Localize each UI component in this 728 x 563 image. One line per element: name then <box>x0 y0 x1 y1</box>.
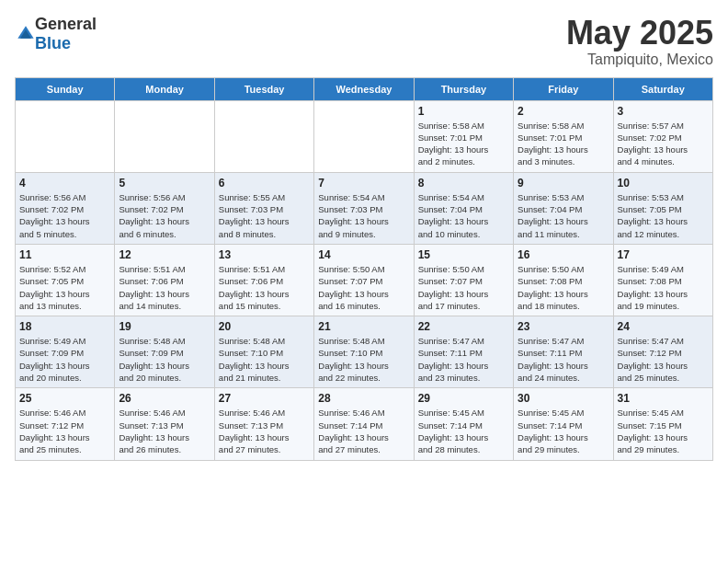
day-number: 27 <box>219 392 310 405</box>
calendar-cell: 1Sunrise: 5:58 AM Sunset: 7:01 PM Daylig… <box>414 100 513 172</box>
weekday-header-sunday: Sunday <box>16 77 115 100</box>
calendar-cell: 24Sunrise: 5:47 AM Sunset: 7:12 PM Dayli… <box>613 316 712 388</box>
day-info: Sunrise: 5:47 AM Sunset: 7:11 PM Dayligh… <box>518 335 609 384</box>
calendar-cell: 12Sunrise: 5:51 AM Sunset: 7:06 PM Dayli… <box>115 244 214 316</box>
day-number: 19 <box>119 320 210 333</box>
day-info: Sunrise: 5:50 AM Sunset: 7:08 PM Dayligh… <box>518 263 609 312</box>
day-number: 30 <box>518 392 609 405</box>
logo-icon <box>17 25 35 43</box>
calendar-cell: 3Sunrise: 5:57 AM Sunset: 7:02 PM Daylig… <box>613 100 712 172</box>
day-info: Sunrise: 5:56 AM Sunset: 7:02 PM Dayligh… <box>119 191 210 240</box>
day-info: Sunrise: 5:53 AM Sunset: 7:04 PM Dayligh… <box>518 191 609 240</box>
calendar-cell: 20Sunrise: 5:48 AM Sunset: 7:10 PM Dayli… <box>214 316 313 388</box>
calendar-header: SundayMondayTuesdayWednesdayThursdayFrid… <box>16 77 713 100</box>
logo-general-text: General <box>35 15 97 33</box>
day-number: 13 <box>219 248 310 261</box>
day-info: Sunrise: 5:57 AM Sunset: 7:02 PM Dayligh… <box>618 120 709 168</box>
calendar-cell: 18Sunrise: 5:49 AM Sunset: 7:09 PM Dayli… <box>16 316 115 388</box>
weekday-header-tuesday: Tuesday <box>214 77 313 100</box>
day-info: Sunrise: 5:48 AM Sunset: 7:10 PM Dayligh… <box>318 335 409 384</box>
weekday-header-monday: Monday <box>115 77 214 100</box>
day-number: 25 <box>19 392 110 405</box>
day-info: Sunrise: 5:51 AM Sunset: 7:06 PM Dayligh… <box>219 263 310 312</box>
weekday-header-saturday: Saturday <box>613 77 712 100</box>
day-number: 21 <box>318 320 409 333</box>
calendar-cell: 19Sunrise: 5:48 AM Sunset: 7:09 PM Dayli… <box>115 316 214 388</box>
day-number: 7 <box>318 177 409 190</box>
day-info: Sunrise: 5:46 AM Sunset: 7:13 PM Dayligh… <box>119 407 210 455</box>
calendar-cell: 2Sunrise: 5:58 AM Sunset: 7:01 PM Daylig… <box>514 100 613 172</box>
day-info: Sunrise: 5:46 AM Sunset: 7:13 PM Dayligh… <box>219 407 310 455</box>
day-number: 17 <box>618 248 709 261</box>
day-number: 3 <box>618 105 709 118</box>
title-area: May 2025 Tampiquito, Mexico <box>566 15 713 68</box>
day-number: 23 <box>518 320 609 333</box>
calendar-cell: 14Sunrise: 5:50 AM Sunset: 7:07 PM Dayli… <box>314 244 414 316</box>
day-info: Sunrise: 5:46 AM Sunset: 7:14 PM Dayligh… <box>318 407 409 455</box>
day-number: 9 <box>518 177 609 190</box>
day-number: 15 <box>418 248 509 261</box>
day-number: 18 <box>19 320 110 333</box>
day-info: Sunrise: 5:48 AM Sunset: 7:10 PM Dayligh… <box>219 335 310 384</box>
day-info: Sunrise: 5:49 AM Sunset: 7:08 PM Dayligh… <box>618 263 709 312</box>
day-info: Sunrise: 5:55 AM Sunset: 7:03 PM Dayligh… <box>219 191 310 240</box>
header: General Blue May 2025 Tampiquito, Mexico <box>15 15 713 68</box>
day-number: 16 <box>518 248 609 261</box>
calendar-cell: 27Sunrise: 5:46 AM Sunset: 7:13 PM Dayli… <box>214 388 313 460</box>
day-number: 28 <box>318 392 409 405</box>
calendar-cell: 11Sunrise: 5:52 AM Sunset: 7:05 PM Dayli… <box>16 244 115 316</box>
calendar-cell: 30Sunrise: 5:45 AM Sunset: 7:14 PM Dayli… <box>514 388 613 460</box>
calendar-cell: 15Sunrise: 5:50 AM Sunset: 7:07 PM Dayli… <box>414 244 513 316</box>
day-info: Sunrise: 5:50 AM Sunset: 7:07 PM Dayligh… <box>318 263 409 312</box>
day-number: 5 <box>119 177 210 190</box>
calendar-cell: 5Sunrise: 5:56 AM Sunset: 7:02 PM Daylig… <box>115 172 214 244</box>
day-info: Sunrise: 5:53 AM Sunset: 7:05 PM Dayligh… <box>618 191 709 240</box>
calendar-cell: 4Sunrise: 5:56 AM Sunset: 7:02 PM Daylig… <box>16 172 115 244</box>
day-number: 14 <box>318 248 409 261</box>
weekday-header-wednesday: Wednesday <box>314 77 414 100</box>
day-info: Sunrise: 5:58 AM Sunset: 7:01 PM Dayligh… <box>518 120 609 168</box>
day-number: 8 <box>418 177 509 190</box>
day-info: Sunrise: 5:45 AM Sunset: 7:14 PM Dayligh… <box>418 407 509 455</box>
calendar-table: SundayMondayTuesdayWednesdayThursdayFrid… <box>15 77 713 461</box>
calendar-cell: 22Sunrise: 5:47 AM Sunset: 7:11 PM Dayli… <box>414 316 513 388</box>
calendar-week-5: 25Sunrise: 5:46 AM Sunset: 7:12 PM Dayli… <box>16 388 713 460</box>
calendar-week-4: 18Sunrise: 5:49 AM Sunset: 7:09 PM Dayli… <box>16 316 713 388</box>
day-number: 12 <box>119 248 210 261</box>
day-info: Sunrise: 5:48 AM Sunset: 7:09 PM Dayligh… <box>119 335 210 384</box>
calendar-cell: 8Sunrise: 5:54 AM Sunset: 7:04 PM Daylig… <box>414 172 513 244</box>
calendar-cell <box>115 100 214 172</box>
day-info: Sunrise: 5:54 AM Sunset: 7:03 PM Dayligh… <box>318 191 409 240</box>
weekday-header-friday: Friday <box>514 77 613 100</box>
calendar-cell: 31Sunrise: 5:45 AM Sunset: 7:15 PM Dayli… <box>613 388 712 460</box>
calendar-week-1: 1Sunrise: 5:58 AM Sunset: 7:01 PM Daylig… <box>16 100 713 172</box>
day-number: 20 <box>219 320 310 333</box>
day-number: 6 <box>219 177 310 190</box>
calendar-cell: 13Sunrise: 5:51 AM Sunset: 7:06 PM Dayli… <box>214 244 313 316</box>
calendar-cell: 26Sunrise: 5:46 AM Sunset: 7:13 PM Dayli… <box>115 388 214 460</box>
day-number: 22 <box>418 320 509 333</box>
day-info: Sunrise: 5:45 AM Sunset: 7:15 PM Dayligh… <box>618 407 709 455</box>
day-info: Sunrise: 5:45 AM Sunset: 7:14 PM Dayligh… <box>518 407 609 455</box>
day-info: Sunrise: 5:58 AM Sunset: 7:01 PM Dayligh… <box>418 120 509 168</box>
day-info: Sunrise: 5:49 AM Sunset: 7:09 PM Dayligh… <box>19 335 110 384</box>
day-number: 10 <box>618 177 709 190</box>
logo: General Blue <box>15 15 97 53</box>
day-info: Sunrise: 5:47 AM Sunset: 7:12 PM Dayligh… <box>618 335 709 384</box>
logo-blue-text: Blue <box>35 34 71 52</box>
calendar-cell: 21Sunrise: 5:48 AM Sunset: 7:10 PM Dayli… <box>314 316 414 388</box>
calendar-title: May 2025 <box>566 15 713 52</box>
day-number: 4 <box>19 177 110 190</box>
calendar-cell: 28Sunrise: 5:46 AM Sunset: 7:14 PM Dayli… <box>314 388 414 460</box>
calendar-cell: 7Sunrise: 5:54 AM Sunset: 7:03 PM Daylig… <box>314 172 414 244</box>
day-number: 31 <box>618 392 709 405</box>
day-number: 24 <box>618 320 709 333</box>
calendar-subtitle: Tampiquito, Mexico <box>566 52 713 68</box>
calendar-cell <box>16 100 115 172</box>
calendar-cell: 23Sunrise: 5:47 AM Sunset: 7:11 PM Dayli… <box>514 316 613 388</box>
calendar-cell: 17Sunrise: 5:49 AM Sunset: 7:08 PM Dayli… <box>613 244 712 316</box>
calendar-cell <box>214 100 313 172</box>
calendar-cell: 10Sunrise: 5:53 AM Sunset: 7:05 PM Dayli… <box>613 172 712 244</box>
day-info: Sunrise: 5:51 AM Sunset: 7:06 PM Dayligh… <box>119 263 210 312</box>
day-info: Sunrise: 5:46 AM Sunset: 7:12 PM Dayligh… <box>19 407 110 455</box>
